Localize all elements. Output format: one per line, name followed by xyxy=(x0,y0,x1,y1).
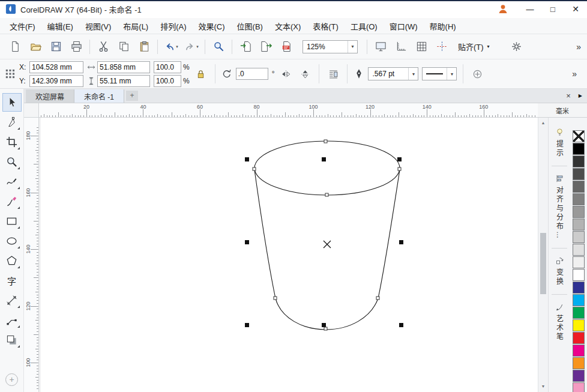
curve-node[interactable] xyxy=(324,327,327,330)
menu-bitmaps[interactable]: 位图(B) xyxy=(231,19,269,34)
menu-view[interactable]: 视图(V) xyxy=(79,19,117,34)
vertical-scrollbar[interactable]: ▲ ▼ xyxy=(538,118,548,392)
open-document-button[interactable] xyxy=(25,38,46,56)
menu-window[interactable]: 窗口(W) xyxy=(384,19,424,34)
menu-table[interactable]: 表格(T) xyxy=(307,19,345,34)
color-swatch-red[interactable] xyxy=(573,332,585,344)
color-swatch-90-black[interactable] xyxy=(573,155,585,167)
chevron-down-icon[interactable]: ▾ xyxy=(176,44,178,49)
full-screen-preview-button[interactable] xyxy=(370,38,391,56)
outline-width-combo[interactable]: .567 pt ▾ xyxy=(368,67,418,80)
curve-node[interactable] xyxy=(253,167,256,170)
color-swatch-orange[interactable] xyxy=(573,357,585,369)
connector-tool[interactable] xyxy=(3,312,21,329)
menu-edit[interactable]: 编辑(E) xyxy=(41,19,79,34)
wrap-text-button[interactable] xyxy=(325,66,341,82)
show-guidelines-button[interactable] xyxy=(432,38,452,56)
mirror-horizontal-button[interactable] xyxy=(278,66,294,82)
color-swatch-70-black[interactable] xyxy=(573,181,585,193)
selection-handle-top-left[interactable] xyxy=(245,157,249,161)
color-swatch-purple[interactable] xyxy=(573,370,585,382)
color-swatch-green[interactable] xyxy=(573,307,585,319)
show-grid-button[interactable] xyxy=(411,38,432,56)
color-swatch-cyan[interactable] xyxy=(573,294,585,306)
color-swatch-20-black[interactable] xyxy=(573,244,585,256)
paste-button[interactable] xyxy=(134,38,154,56)
polygon-tool[interactable] xyxy=(3,252,21,270)
color-swatch-blue[interactable] xyxy=(573,282,585,294)
search-content-button[interactable] xyxy=(208,38,229,56)
chevron-down-icon[interactable]: ▾ xyxy=(196,44,199,49)
quick-customize-button[interactable] xyxy=(469,66,485,82)
export-button[interactable] xyxy=(256,38,276,56)
quick-customize-toolbox-button[interactable]: + xyxy=(5,373,18,386)
drop-shadow-tool[interactable] xyxy=(3,331,21,349)
object-height-input[interactable] xyxy=(97,75,150,87)
menu-tools[interactable]: 工具(O) xyxy=(345,19,384,34)
zoom-tool[interactable] xyxy=(3,153,21,170)
scale-vertical-input[interactable] xyxy=(154,75,181,87)
color-swatch-30-black[interactable] xyxy=(573,231,585,243)
ellipse-tool[interactable] xyxy=(3,232,21,250)
selection-handle-top-right[interactable] xyxy=(397,157,402,161)
document-tab-untitled-1[interactable]: 未命名 -1 xyxy=(74,89,124,103)
text-tool[interactable]: 字 xyxy=(3,272,21,289)
toolbar-overflow-button[interactable]: » xyxy=(576,42,581,52)
minimize-button[interactable]: — xyxy=(519,0,541,18)
close-document-icon[interactable]: × xyxy=(566,91,571,100)
menu-help[interactable]: 帮助(H) xyxy=(424,19,462,34)
color-swatch-40-black[interactable] xyxy=(573,219,585,231)
drawing-canvas[interactable] xyxy=(39,118,538,392)
new-document-button[interactable] xyxy=(5,38,25,56)
selection-center-marker[interactable] xyxy=(324,241,331,248)
cut-button[interactable] xyxy=(93,38,113,56)
scale-horizontal-input[interactable] xyxy=(154,61,181,73)
x-position-input[interactable] xyxy=(29,61,83,73)
docker-tab-align-distribute[interactable]: 对齐与分布… xyxy=(555,169,565,246)
selection-handle-middle-left[interactable] xyxy=(245,240,249,244)
scroll-up-button[interactable]: ▲ xyxy=(538,119,548,127)
curve-node[interactable] xyxy=(398,167,401,170)
print-button[interactable] xyxy=(66,38,86,56)
y-position-input[interactable] xyxy=(29,75,83,87)
crop-tool[interactable] xyxy=(3,133,21,151)
user-account-icon[interactable] xyxy=(497,3,509,15)
import-button[interactable] xyxy=(235,38,256,56)
docker-tab-artistic-media[interactable]: 艺术笔 xyxy=(555,297,565,347)
color-swatch-black[interactable] xyxy=(573,143,585,155)
horizontal-ruler[interactable]: 20406080100120140160 xyxy=(39,103,538,118)
selection-handle-bottom-left[interactable] xyxy=(245,323,249,327)
color-swatch-10-black[interactable] xyxy=(573,256,585,268)
artistic-media-tool[interactable] xyxy=(3,193,21,210)
new-tab-button[interactable]: + xyxy=(126,91,138,101)
docker-tab-transform[interactable]: 变换 xyxy=(555,251,565,292)
color-swatch-no-color[interactable] xyxy=(573,130,585,142)
rectangle-tool[interactable] xyxy=(3,213,21,230)
origin-position-icon[interactable] xyxy=(5,68,16,79)
chevron-down-icon[interactable]: ▾ xyxy=(447,68,456,80)
menu-file[interactable]: 文件(F) xyxy=(4,19,41,34)
parallel-dimension-tool[interactable] xyxy=(3,292,21,309)
pick-tool[interactable] xyxy=(3,94,21,111)
show-rulers-button[interactable] xyxy=(391,38,411,56)
curve-node[interactable] xyxy=(324,140,327,143)
save-document-button[interactable] xyxy=(46,38,66,56)
lock-ratio-button[interactable] xyxy=(193,66,209,82)
docker-tab-hints[interactable]: 提示 xyxy=(555,122,565,163)
docker-expand-icon[interactable]: ▶ xyxy=(579,93,582,98)
menu-layout[interactable]: 布局(L) xyxy=(117,19,154,34)
cup-top-ellipse[interactable] xyxy=(254,141,400,195)
maximize-button[interactable]: □ xyxy=(541,0,564,18)
selection-handle-bottom-right[interactable] xyxy=(399,323,403,327)
redo-button[interactable]: ▾ xyxy=(181,38,202,56)
scrollbar-thumb[interactable] xyxy=(540,233,546,294)
object-width-input[interactable] xyxy=(97,61,150,73)
selection-handle-middle-right[interactable] xyxy=(399,240,403,244)
color-swatch-white[interactable] xyxy=(573,269,585,281)
selection-handle-top-center[interactable] xyxy=(322,157,326,161)
mirror-vertical-button[interactable] xyxy=(297,66,313,82)
rotation-angle-input[interactable] xyxy=(236,68,268,80)
freehand-tool[interactable] xyxy=(3,173,21,190)
undo-button[interactable]: ▾ xyxy=(161,38,181,56)
vertical-ruler[interactable]: 100120140160180 xyxy=(24,118,39,392)
